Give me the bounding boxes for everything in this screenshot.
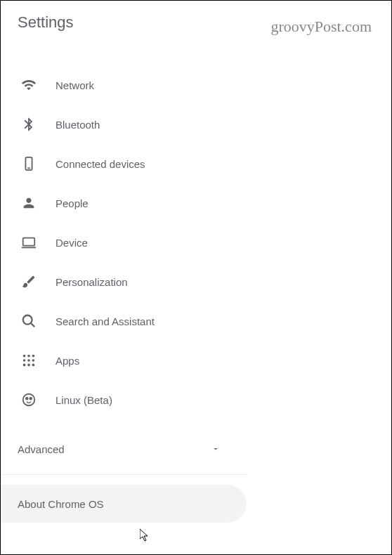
settings-menu: Network Bluetooth Connected devices Peop…	[1, 43, 391, 419]
svg-point-6	[23, 355, 26, 358]
svg-point-11	[32, 359, 35, 362]
linux-icon	[20, 391, 37, 408]
sidebar-item-label: Personalization	[55, 276, 128, 288]
chevron-down-icon	[211, 445, 220, 453]
advanced-label: Advanced	[18, 443, 65, 455]
sidebar-item-label: Device	[55, 237, 88, 249]
sidebar-item-label: Bluetooth	[55, 119, 100, 131]
sidebar-item-search-assistant[interactable]: Search and Assistant	[1, 301, 391, 341]
sidebar-item-label: People	[55, 197, 89, 209]
watermark: groovyPost.com	[270, 18, 372, 36]
sidebar-item-linux[interactable]: Linux (Beta)	[1, 380, 391, 419]
brush-icon	[20, 273, 37, 290]
bluetooth-icon	[20, 116, 37, 133]
sidebar-item-label: Linux (Beta)	[55, 394, 112, 406]
svg-point-4	[23, 315, 32, 325]
sidebar-item-network[interactable]: Network	[1, 65, 391, 105]
sidebar-item-label: Search and Assistant	[55, 315, 155, 327]
divider	[1, 474, 247, 475]
apps-icon	[20, 352, 37, 369]
laptop-icon	[20, 234, 37, 251]
sidebar-item-label: Connected devices	[55, 158, 145, 170]
wifi-icon	[20, 77, 37, 93]
sidebar-item-bluetooth[interactable]: Bluetooth	[1, 105, 391, 144]
svg-point-15	[23, 394, 35, 406]
svg-line-5	[31, 323, 35, 327]
header: Settings groovyPost.com	[1, 1, 391, 43]
sidebar-item-people[interactable]: People	[1, 183, 391, 223]
svg-point-7	[27, 355, 30, 358]
sidebar-item-apps[interactable]: Apps	[1, 341, 391, 380]
sidebar-item-personalization[interactable]: Personalization	[1, 262, 391, 301]
page-title: Settings	[18, 13, 74, 32]
sidebar-item-connected-devices[interactable]: Connected devices	[1, 144, 391, 183]
svg-point-8	[32, 355, 35, 358]
svg-point-13	[27, 364, 30, 367]
svg-point-17	[30, 398, 32, 400]
svg-point-12	[23, 364, 26, 367]
phone-icon	[20, 155, 37, 172]
sidebar-item-label: Apps	[55, 355, 79, 367]
svg-point-9	[23, 359, 26, 362]
svg-point-10	[27, 359, 30, 362]
svg-rect-2	[23, 238, 35, 246]
search-icon	[20, 313, 37, 329]
person-icon	[20, 195, 37, 211]
about-chrome-os[interactable]: About Chrome OS	[1, 485, 247, 523]
sidebar-item-device[interactable]: Device	[1, 223, 391, 262]
svg-point-16	[26, 398, 28, 400]
svg-point-14	[32, 364, 35, 367]
sidebar-item-label: Network	[55, 79, 94, 91]
about-label: About Chrome OS	[18, 498, 104, 510]
advanced-toggle[interactable]: Advanced	[1, 429, 240, 469]
mouse-cursor-icon	[140, 529, 151, 543]
